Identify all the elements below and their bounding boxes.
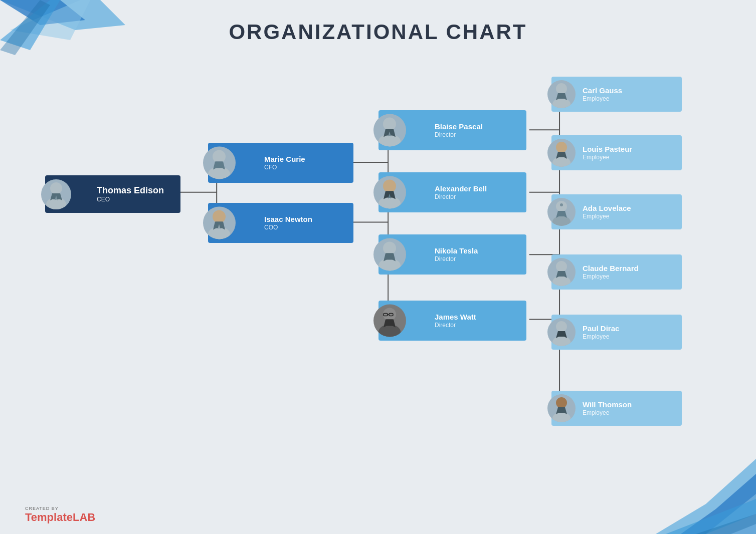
- svg-point-41: [213, 210, 226, 223]
- emp3-name: Ada Lovelace: [583, 204, 631, 213]
- svg-point-38: [208, 167, 230, 179]
- ceo-name: Thomas Edison: [97, 185, 164, 196]
- emp6-name: Will Thomson: [583, 400, 632, 409]
- svg-point-68: [552, 98, 571, 108]
- page-title: ORGANIZATIONAL CHART: [0, 20, 756, 44]
- director1-node: Blaise Pascal Director: [379, 110, 526, 150]
- svg-point-46: [383, 118, 396, 131]
- director1-name: Blaise Pascal: [435, 122, 483, 131]
- coo-name: Isaac Newton: [264, 215, 312, 224]
- svg-point-47: [379, 134, 401, 147]
- cfo-role: CFO: [264, 164, 305, 171]
- director3-role: Director: [435, 255, 478, 262]
- director3-name: Nikola Tesla: [435, 246, 478, 255]
- svg-point-52: [379, 196, 401, 209]
- director3-node: Nikola Tesla Director: [379, 234, 526, 275]
- emp6-role: Employee: [583, 409, 632, 416]
- ceo-node: Thomas Edison CEO: [45, 175, 180, 213]
- brand-lab: LAB: [73, 511, 95, 523]
- employee5-node: Paul Dirac Employee: [551, 315, 682, 350]
- employee2-node: Louis Pasteur Employee: [551, 135, 682, 170]
- coo-node: Isaac Newton COO: [208, 203, 353, 243]
- ceo-role: CEO: [97, 196, 164, 203]
- emp1-role: Employee: [583, 95, 622, 102]
- svg-point-71: [556, 142, 567, 153]
- emp2-name: Louis Pasteur: [583, 145, 632, 154]
- svg-point-89: [552, 412, 571, 422]
- svg-point-84: [556, 321, 567, 332]
- employee6-node: Will Thomson Employee: [551, 391, 682, 426]
- svg-point-32: [50, 182, 62, 194]
- brand-name: TemplateLAB: [25, 511, 95, 524]
- svg-point-88: [556, 397, 567, 408]
- svg-point-85: [552, 336, 571, 346]
- employee1-node: Carl Gauss Employee: [551, 77, 682, 112]
- director4-role: Director: [435, 322, 476, 329]
- emp5-role: Employee: [583, 333, 619, 340]
- director1-role: Director: [435, 131, 483, 138]
- svg-point-67: [556, 83, 567, 94]
- svg-point-61: [379, 325, 401, 337]
- director2-role: Director: [435, 193, 487, 200]
- svg-marker-7: [706, 494, 756, 534]
- svg-point-57: [379, 258, 401, 271]
- svg-point-80: [556, 261, 567, 272]
- svg-point-76: [552, 216, 571, 226]
- svg-point-37: [213, 150, 226, 163]
- director2-node: Alexander Bell Director: [379, 172, 526, 212]
- employee3-node: Ada Lovelace Employee: [551, 194, 682, 229]
- svg-marker-8: [666, 499, 756, 534]
- svg-marker-9: [696, 514, 756, 534]
- brand-template: Template: [25, 511, 73, 523]
- emp4-name: Claude Bernard: [583, 264, 639, 273]
- svg-point-51: [383, 180, 396, 193]
- emp2-role: Employee: [583, 154, 632, 161]
- created-by-label: CREATED BY: [25, 506, 59, 511]
- emp4-role: Employee: [583, 273, 639, 280]
- employee4-node: Claude Bernard Employee: [551, 254, 682, 290]
- director4-node: James Watt Director: [379, 301, 526, 341]
- director2-name: Alexander Bell: [435, 184, 487, 193]
- emp1-name: Carl Gauss: [583, 86, 622, 95]
- cfo-name: Marie Curie: [264, 155, 305, 164]
- svg-point-56: [383, 242, 396, 255]
- svg-point-60: [383, 308, 396, 321]
- svg-point-79: [560, 203, 563, 206]
- emp5-name: Paul Dirac: [583, 324, 619, 333]
- svg-point-72: [552, 157, 571, 167]
- svg-point-42: [208, 227, 230, 239]
- director4-name: James Watt: [435, 313, 476, 322]
- cfo-node: Marie Curie CFO: [208, 143, 353, 183]
- emp3-role: Employee: [583, 213, 631, 220]
- branding: CREATED BY TemplateLAB: [25, 506, 95, 524]
- svg-point-81: [552, 276, 571, 286]
- coo-role: COO: [264, 224, 312, 231]
- org-chart: Thomas Edison CEO Marie Curie CFO: [20, 60, 736, 484]
